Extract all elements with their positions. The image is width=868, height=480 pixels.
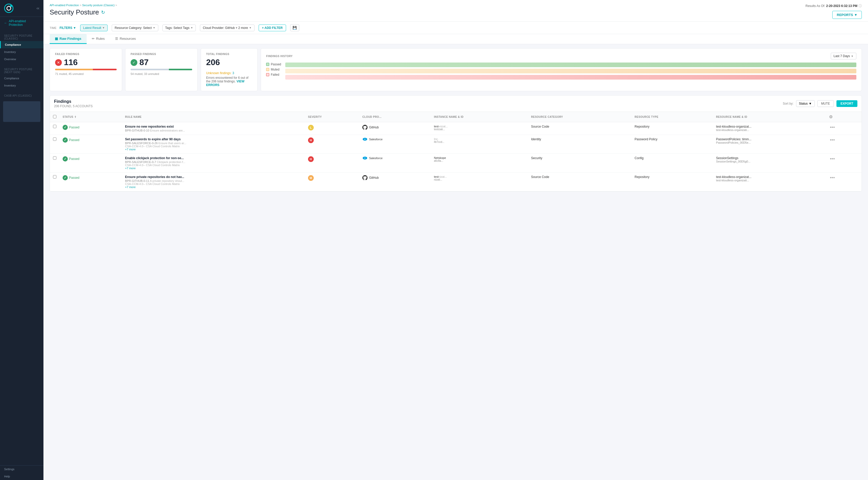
sidebar-back-button[interactable]: ← API-enabled Protection [0,17,43,29]
resource-name-cell: test-kloudless-organizat... test-kloudle… [713,122,826,135]
unknown-count[interactable]: 3 [232,71,234,75]
row-actions-cell[interactable]: ••• [826,173,862,192]
tags-dropdown[interactable]: Tags: Select Tags ▼ [162,25,196,31]
cloud-provider-dropdown[interactable]: Cloud Provider: GitHub + 2 more ▼ [200,25,254,31]
row-checkbox-3[interactable] [53,175,56,178]
rule-extra1: CSA-CCM-4.0-- CSA Cloud Controls Matrix [125,182,302,185]
th-select-all[interactable] [50,112,60,122]
th-rule-name[interactable]: RULE NAME [122,112,305,122]
rules-edit-icon: ✏ [92,37,95,40]
reports-caret-icon: ▼ [854,13,858,17]
total-value: 206 [206,58,252,67]
rule-desc: A private repository shoul... [150,179,184,182]
sidebar-section-classic: SECURITY POSTURE (CLASSIC) [0,32,43,41]
total-label: TOTAL FINDINGS [206,53,252,56]
mute-button[interactable]: MUTE [817,100,834,107]
row-more-actions-button[interactable]: ••• [829,125,836,130]
sidebar-item-compliance[interactable]: Compliance [0,41,43,48]
passed-value: 87 [140,58,149,67]
rule-more-link[interactable]: +7 more [125,148,302,151]
row-actions-cell[interactable]: ••• [826,135,862,154]
row-actions-cell[interactable]: ••• [826,122,862,135]
row-checkbox-cell[interactable] [50,135,60,154]
tab-resources[interactable]: ☰ Resources [110,34,141,44]
reports-button[interactable]: REPORTS ▼ [832,11,862,19]
row-checkbox-cell[interactable] [50,154,60,173]
history-time-range-dropdown[interactable]: Last 7 Days ▼ [831,53,856,60]
resource-category-dropdown[interactable]: Resource Category: Select ▼ [112,25,158,31]
th-resource-type[interactable]: RESOURCE TYPE [631,112,713,122]
cloud-name: Salesforce [369,138,382,141]
row-more-actions-button[interactable]: ••• [829,175,836,180]
row-more-actions-button[interactable]: ••• [829,156,836,162]
rule-name-text: Enable clickjack protection for non-se..… [125,156,302,160]
failed-value: 116 [64,58,78,67]
resource-category-caret: ▼ [153,26,155,29]
row-checkbox-0[interactable] [53,125,56,128]
sidebar-item-inventory[interactable]: Inventory [0,48,43,56]
resource-type-cell: Config [631,154,713,173]
sidebar-item-inventory2[interactable]: Inventory [0,82,43,89]
resource-name: SessionSettings [716,156,823,160]
add-filter-button[interactable]: + ADD FILTER [259,25,286,31]
rule-code: BPR-SALESFORCE-0-7 Clickjack protection … [125,161,302,164]
table-row: ✓ Passed Set passwords to expire after 9… [50,135,862,154]
failed-bar-unmuted [93,69,117,70]
unknown-text: Unknown findings: [206,71,231,75]
resource-category-label: Resource Category: Select [115,26,152,30]
breadcrumb-api[interactable]: API-enabled Protection [50,4,79,7]
th-instance-name[interactable]: INSTANCE NAME & ID [431,112,528,122]
sidebar-item-help[interactable]: Help [0,473,43,480]
th-severity[interactable]: SEVERITY [305,112,359,122]
export-button[interactable]: EXPORT [836,100,858,107]
tab-raw-findings[interactable]: ▦ Raw Findings [50,34,87,44]
svg-text:SF: SF [364,158,366,159]
status-label: Passed [69,157,80,161]
th-resource-category[interactable]: RESOURCE CATEGORY [528,112,631,122]
info-icon[interactable]: ⓘ [859,4,862,8]
sidebar-item-settings[interactable]: Settings [0,466,43,473]
severity-badge: M [308,175,314,181]
sidebar-section-casb: CASB API (CLASSIC) [0,92,43,98]
th-cloud-provider[interactable]: CLOUD PRO... [359,112,431,122]
instance-cell: test-nizat... testizati... [431,122,528,135]
th-resource-name[interactable]: RESOURCE NAME & ID [713,112,826,122]
row-checkbox-cell[interactable] [50,122,60,135]
instance-name: testnizat... [434,175,525,178]
failed-findings-card: FAILED FINDINGS ✕ 116 71 muted, 45 unmut… [50,48,122,91]
history-time-range-label: Last 7 Days [834,54,850,58]
tab-rules[interactable]: ✏ Rules [87,34,110,44]
save-filter-button[interactable]: 💾 [290,24,299,31]
sidebar-item-compliance2[interactable]: Compliance [0,75,43,82]
column-settings-icon[interactable]: ⚙ [829,115,833,119]
rule-more-link[interactable]: +7 more [125,167,302,170]
breadcrumb-posture[interactable]: Security posture (Classic) [82,4,115,7]
results-as-of: Results As Of: 2-20-2023 6:32:13 PM ⓘ [805,4,862,8]
sort-dropdown[interactable]: Status ▼ [796,100,815,107]
sidebar-casb-content [3,101,40,122]
sidebar-collapse-button[interactable]: ‹‹ [36,6,39,10]
refresh-icon[interactable]: ↻ [101,9,105,15]
sidebar-item-overview[interactable]: Overview [0,56,43,63]
sort-caret-icon: ▼ [809,102,812,105]
failed-icon: ✕ [55,59,62,66]
row-more-actions-button[interactable]: ••• [829,137,836,143]
resource-name-cell: PasswordPolicies: timm... PasswordPolici… [713,135,826,154]
row-checkbox-2[interactable] [53,156,56,160]
severity-cell: M [305,173,359,192]
row-checkbox-cell[interactable] [50,173,60,192]
latest-result-dropdown[interactable]: Latest Result ▼ [80,25,107,31]
select-all-checkbox[interactable] [53,115,56,118]
failed-bar-muted [55,69,93,70]
rule-more-link[interactable]: +7 more [125,185,302,188]
row-checkbox-1[interactable] [53,137,56,141]
row-actions-cell[interactable]: ••• [826,154,862,173]
th-status[interactable]: STATUS ⬆ [60,112,122,122]
time-label: TIME [50,26,56,29]
th-settings[interactable]: ⚙ [826,112,862,122]
filters-button[interactable]: FILTERS ▼ [60,26,76,30]
instance-cell: Netskope a6c8a... [431,154,528,173]
sort-value: Status [799,102,808,105]
resource-name-cell: test-kloudless-organizat... test-kloudle… [713,173,826,192]
page-title: Security Posture ↻ [50,8,105,16]
